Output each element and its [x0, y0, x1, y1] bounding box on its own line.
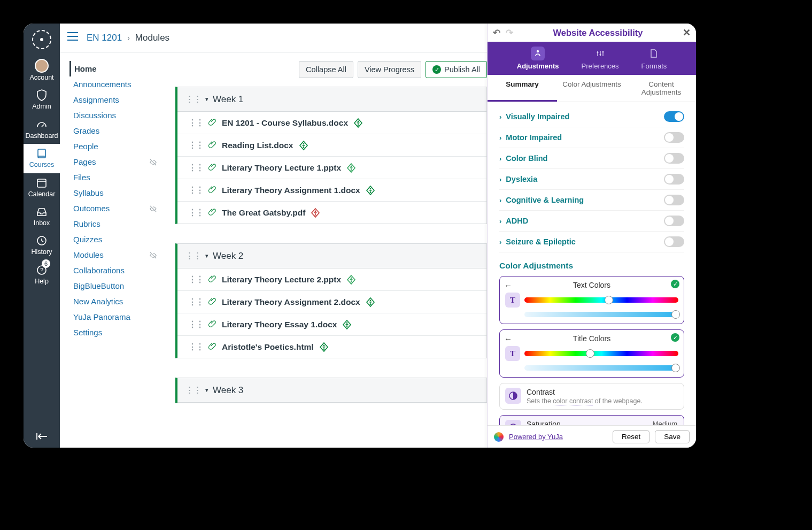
accessibility-score-icon[interactable]	[319, 342, 329, 352]
profile-toggle[interactable]	[664, 236, 684, 247]
back-arrow-button[interactable]: ←	[504, 281, 512, 290]
nav-history[interactable]: History	[24, 231, 60, 260]
drag-handle-icon[interactable]: ⋮⋮	[188, 320, 203, 329]
drag-handle-icon[interactable]: ⋮⋮	[188, 118, 203, 128]
course-nav-syllabus[interactable]: Syllabus	[69, 185, 160, 201]
course-nav-home[interactable]: Home	[69, 61, 160, 76]
hamburger-button[interactable]	[67, 32, 78, 43]
hue-slider[interactable]	[524, 297, 678, 303]
profile-toggle[interactable]	[664, 216, 684, 226]
lightness-slider[interactable]	[524, 365, 678, 371]
course-nav-outcomes[interactable]: Outcomes	[69, 201, 160, 216]
nav-inbox[interactable]: Inbox	[24, 202, 60, 231]
module-item[interactable]: ⋮⋮Literary Theory Lecture 2.pptx	[177, 268, 486, 291]
brand-logo[interactable]	[32, 30, 51, 49]
tab-adjustments[interactable]: Adjustments	[514, 42, 562, 75]
redo-button[interactable]: ↷	[506, 28, 513, 38]
subtab-content[interactable]: Content Adjustments	[627, 75, 696, 102]
profile-toggle[interactable]	[664, 111, 684, 122]
tab-preferences[interactable]: Preferences	[578, 42, 622, 75]
course-nav-yuja-panorama[interactable]: YuJa Panorama	[69, 309, 160, 325]
caret-down-icon[interactable]: ▾	[205, 387, 208, 394]
profile-visually-impaired[interactable]: ›Visually Impaired	[499, 106, 684, 127]
reset-button[interactable]: Reset	[613, 430, 649, 443]
course-nav-new-analytics[interactable]: New Analytics	[69, 294, 160, 309]
profile-color-blind[interactable]: ›Color Blind	[499, 148, 684, 169]
drag-handle-icon[interactable]: ⋮⋮	[188, 342, 203, 352]
subtab-summary[interactable]: Summary	[488, 75, 557, 102]
nav-help[interactable]: ? 6 Help	[24, 260, 60, 289]
course-nav-bigbluebutton[interactable]: BigBlueButton	[69, 278, 160, 294]
course-nav-people[interactable]: People	[69, 139, 160, 154]
module-item[interactable]: ⋮⋮The Great Gatsby.pdf	[177, 202, 486, 224]
accessibility-score-icon[interactable]	[299, 141, 308, 150]
contrast-card[interactable]: Contrast Sets the color contrast of the …	[499, 383, 684, 410]
module-item[interactable]: ⋮⋮EN 1201 - Course Syllabus.docx	[177, 112, 486, 134]
module-item[interactable]: ⋮⋮Literary Theory Assignment 1.docx	[177, 179, 486, 202]
save-button[interactable]: Save	[655, 430, 690, 443]
drag-handle-icon[interactable]: ⋮⋮	[185, 385, 201, 396]
profile-adhd[interactable]: ›ADHD	[499, 211, 684, 232]
module-header[interactable]: ⋮⋮▾Week 2	[177, 244, 486, 268]
module-item[interactable]: ⋮⋮Literary Theory Assignment 2.docx	[177, 291, 486, 313]
module-item[interactable]: ⋮⋮Reading List.docx	[177, 134, 486, 157]
drag-handle-icon[interactable]: ⋮⋮	[185, 250, 201, 262]
course-nav-modules[interactable]: Modules	[69, 247, 160, 263]
course-nav-collaborations[interactable]: Collaborations	[69, 263, 160, 278]
nav-calendar[interactable]: Calendar	[24, 173, 60, 202]
profile-seizure-epileptic[interactable]: ›Seizure & Epileptic	[499, 232, 684, 252]
profile-toggle[interactable]	[664, 195, 684, 205]
course-nav-files[interactable]: Files	[69, 170, 160, 185]
course-nav-assignments[interactable]: Assignments	[69, 92, 160, 107]
drag-handle-icon[interactable]: ⋮⋮	[188, 275, 203, 285]
drag-handle-icon[interactable]: ⋮⋮	[188, 163, 203, 173]
profile-motor-impaired[interactable]: ›Motor Impaired	[499, 127, 684, 148]
drag-handle-icon[interactable]: ⋮⋮	[188, 297, 203, 307]
saturation-card[interactable]: Saturation Sets the saturation of the we…	[499, 415, 684, 425]
module-item[interactable]: ⋮⋮Literary Theory Essay 1.docx	[177, 313, 486, 336]
course-nav-grades[interactable]: Grades	[69, 123, 160, 139]
breadcrumb-course[interactable]: EN 1201	[87, 33, 122, 43]
nav-admin[interactable]: Admin	[24, 86, 60, 114]
accessibility-score-icon[interactable]	[346, 163, 356, 173]
course-nav-discussions[interactable]: Discussions	[69, 107, 160, 123]
accessibility-score-icon[interactable]	[366, 186, 375, 195]
caret-down-icon[interactable]: ▾	[205, 96, 208, 103]
course-nav-pages[interactable]: Pages	[69, 154, 160, 170]
close-button[interactable]: ✕	[683, 27, 691, 39]
accessibility-score-icon[interactable]	[311, 208, 320, 218]
tab-formats[interactable]: Formats	[638, 42, 670, 75]
module-item[interactable]: ⋮⋮Literary Theory Lecture 1.pptx	[177, 157, 486, 179]
drag-handle-icon[interactable]: ⋮⋮	[185, 94, 201, 105]
accessibility-score-icon[interactable]	[353, 118, 363, 128]
undo-button[interactable]: ↶	[493, 28, 500, 38]
profile-cognitive-learning[interactable]: ›Cognitive & Learning	[499, 190, 684, 211]
course-nav-rubrics[interactable]: Rubrics	[69, 216, 160, 232]
accessibility-score-icon[interactable]	[346, 275, 356, 285]
drag-handle-icon[interactable]: ⋮⋮	[188, 186, 203, 195]
powered-by-link[interactable]: Powered by YuJa	[509, 433, 563, 441]
a11y-scroll[interactable]: ›Visually Impaired›Motor Impaired›Color …	[488, 102, 696, 425]
course-nav-announcements[interactable]: Announcements	[69, 76, 160, 92]
profile-dyslexia[interactable]: ›Dyslexia	[499, 169, 684, 190]
accessibility-score-icon[interactable]	[366, 297, 375, 307]
lightness-slider[interactable]	[524, 312, 678, 317]
nav-courses[interactable]: Courses	[24, 144, 60, 173]
hue-slider[interactable]	[524, 351, 678, 356]
nav-account[interactable]: Account	[24, 56, 60, 86]
caret-down-icon[interactable]: ▾	[205, 252, 208, 259]
profile-toggle[interactable]	[664, 174, 684, 185]
module-item[interactable]: ⋮⋮Aristotle's Poetics.html	[177, 336, 486, 358]
drag-handle-icon[interactable]: ⋮⋮	[188, 208, 203, 218]
drag-handle-icon[interactable]: ⋮⋮	[188, 141, 203, 150]
nav-collapse-button[interactable]	[24, 427, 60, 448]
course-nav-settings[interactable]: Settings	[69, 325, 160, 340]
subtab-color[interactable]: Color Adjustments	[557, 75, 627, 102]
profile-toggle[interactable]	[664, 153, 684, 164]
profile-toggle[interactable]	[664, 132, 684, 143]
module-header[interactable]: ⋮⋮▾Week 1	[177, 87, 486, 112]
module-header[interactable]: ⋮⋮▾Week 3	[177, 378, 486, 403]
back-arrow-button[interactable]: ←	[504, 334, 512, 343]
course-nav-quizzes[interactable]: Quizzes	[69, 232, 160, 247]
nav-dashboard[interactable]: Dashboard	[24, 115, 60, 144]
